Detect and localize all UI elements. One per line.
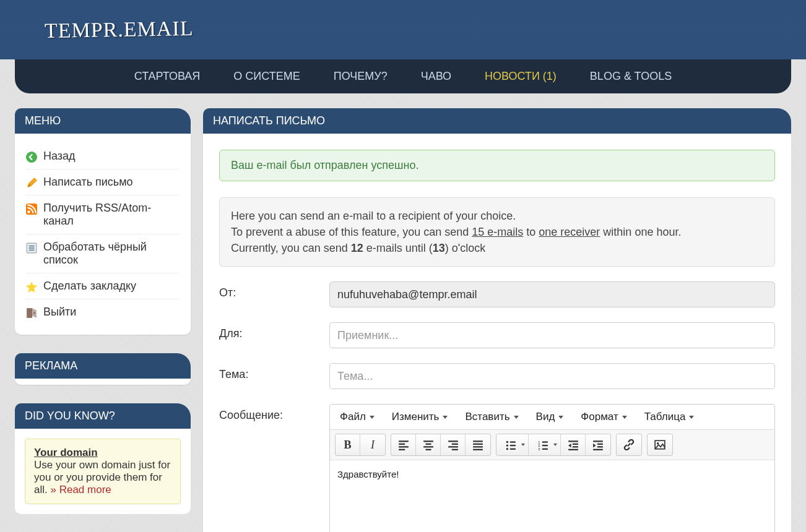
sidebar-item-back[interactable]: Назад	[26, 144, 180, 169]
subject-label: Тема:	[219, 363, 318, 381]
svg-point-8	[33, 312, 35, 314]
bullet-list-button[interactable]	[496, 434, 529, 455]
pencil-icon	[26, 178, 37, 189]
svg-point-29	[506, 448, 508, 450]
sidebar-item-label: Получить RSS/Atom-канал	[43, 202, 180, 228]
brand-logo[interactable]: TEMPR.EMAIL	[45, 17, 194, 43]
subject-field[interactable]	[329, 363, 775, 389]
sidebar-item-compose[interactable]: Написать письмо	[26, 169, 180, 195]
rich-text-editor: Файл Изменить Вставить Вид Формат Таблиц…	[329, 404, 775, 532]
svg-point-0	[26, 152, 37, 163]
nav-why[interactable]: ПОЧЕМУ?	[334, 70, 388, 83]
indent-button[interactable]	[586, 434, 610, 455]
sidebar-item-label: Сделать закладку	[43, 280, 136, 293]
to-field[interactable]	[329, 322, 775, 348]
svg-rect-7	[27, 308, 32, 318]
italic-button[interactable]: I	[360, 434, 385, 455]
info-text: within one hour.	[600, 226, 681, 238]
message-body[interactable]: Здравствуйте!	[330, 460, 774, 532]
chevron-down-icon	[553, 444, 557, 446]
numbered-list-button[interactable]: 123	[529, 434, 561, 455]
menu-label: Файл	[340, 411, 366, 423]
until-hour: 13	[433, 242, 445, 254]
chevron-down-icon	[370, 416, 375, 419]
emails-limit: 15 e-mails	[472, 226, 523, 238]
align-right-button[interactable]	[441, 434, 466, 455]
info-box: Here you can send an e-mail to a recipie…	[219, 197, 775, 267]
svg-text:3: 3	[538, 447, 540, 450]
tip-box: Your domain Use your own domain just for…	[25, 439, 181, 504]
sidebar-item-label: Назад	[43, 150, 76, 163]
editor-menu-table[interactable]: Таблица	[638, 407, 701, 427]
read-more-link[interactable]: » Read more	[50, 484, 111, 496]
editor-menu-view[interactable]: Вид	[530, 407, 570, 427]
ads-area	[15, 379, 191, 385]
info-text: To prevent a abuse of this feature, you …	[231, 226, 472, 238]
to-label: Для:	[219, 322, 318, 340]
star-icon	[26, 281, 37, 293]
svg-point-25	[506, 441, 508, 443]
menu-label: Вид	[536, 411, 555, 423]
editor-menu-insert[interactable]: Вставить	[459, 407, 524, 427]
rss-icon	[26, 204, 37, 215]
message-label: Сообщение:	[219, 404, 318, 422]
align-justify-button[interactable]	[466, 434, 490, 455]
chevron-down-icon	[521, 444, 525, 446]
chevron-down-icon	[622, 416, 627, 419]
back-arrow-icon	[26, 152, 37, 163]
nav-home[interactable]: СТАРТОВАЯ	[134, 70, 201, 83]
chevron-down-icon	[514, 416, 519, 419]
didyouknow-title: DID YOU KNOW?	[15, 403, 191, 429]
sidebar-item-blacklist[interactable]: Обработать чёрный список	[26, 234, 180, 273]
from-field	[329, 281, 775, 307]
editor-menu-file[interactable]: Файл	[334, 407, 381, 427]
menu-label: Формат	[581, 411, 618, 423]
image-button[interactable]	[648, 434, 672, 455]
sidebar-item-bookmark[interactable]: Сделать закладку	[26, 273, 180, 299]
sidebar-item-logout[interactable]: Выйти	[26, 299, 180, 325]
outdent-button[interactable]	[561, 434, 586, 455]
success-alert: Ваш e-mail был отправлен успешно.	[219, 150, 775, 181]
svg-point-27	[506, 445, 508, 447]
nav-faq[interactable]: ЧАВО	[421, 70, 451, 83]
tip-title: Your domain	[34, 447, 171, 459]
sidebar-item-label: Написать письмо	[43, 176, 133, 189]
sidebar-item-label: Обработать чёрный список	[43, 241, 180, 267]
info-line-3: Currently, you can send 12 e-mails until…	[231, 240, 763, 256]
receiver-limit: one receiver	[539, 226, 600, 238]
info-line-2: To prevent a abuse of this feature, you …	[231, 224, 763, 240]
align-center-button[interactable]	[416, 434, 441, 455]
nav-blog[interactable]: BLOG & TOOLS	[590, 70, 672, 83]
emails-remaining: 12	[351, 242, 363, 254]
ads-title: РЕКЛАМА	[15, 353, 191, 379]
sidebar-item-label: Выйти	[43, 306, 76, 319]
menu-label: Вставить	[465, 411, 509, 423]
nav-about[interactable]: О СИСТЕМЕ	[233, 70, 300, 83]
menu-label: Таблица	[644, 411, 686, 423]
info-line-1: Here you can send an e-mail to a recipie…	[231, 208, 763, 224]
from-label: От:	[219, 281, 318, 299]
editor-menu-edit[interactable]: Изменить	[386, 407, 454, 427]
chevron-down-icon	[443, 416, 448, 419]
info-text: Currently, you can send	[231, 242, 351, 254]
exit-icon	[26, 307, 37, 319]
info-text: ) o'clock	[445, 242, 485, 254]
page-title: НАПИСАТЬ ПИСЬМО	[203, 108, 791, 134]
chevron-down-icon	[558, 416, 563, 419]
sidebar-item-rss[interactable]: Получить RSS/Atom-канал	[26, 195, 180, 234]
main-nav: СТАРТОВАЯ О СИСТЕМЕ ПОЧЕМУ? ЧАВО НОВОСТИ…	[15, 59, 791, 93]
list-icon	[26, 242, 37, 254]
nav-news[interactable]: НОВОСТИ (1)	[485, 70, 557, 83]
editor-menu-format[interactable]: Формат	[574, 407, 633, 427]
menu-title: МЕНЮ	[15, 108, 191, 134]
align-left-button[interactable]	[391, 434, 416, 455]
link-button[interactable]	[617, 434, 641, 455]
chevron-down-icon	[689, 416, 694, 419]
menu-label: Изменить	[392, 411, 440, 423]
info-text: to	[523, 226, 539, 238]
info-text: e-mails until (	[363, 242, 433, 254]
svg-point-2	[27, 210, 30, 213]
bold-button[interactable]: B	[336, 434, 360, 455]
